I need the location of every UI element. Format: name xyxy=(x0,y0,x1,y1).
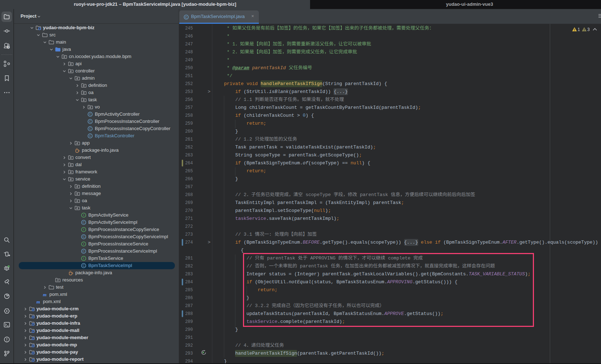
svg-text:C: C xyxy=(89,134,91,138)
svg-text:I: I xyxy=(83,242,84,246)
svg-text:I: I xyxy=(83,213,84,217)
svg-text:C: C xyxy=(83,235,85,239)
svg-text:C: C xyxy=(83,264,85,267)
svg-text:I: I xyxy=(83,228,84,231)
svg-text:I: I xyxy=(83,257,84,260)
svg-text:m: m xyxy=(36,299,40,305)
svg-text:C: C xyxy=(83,221,85,224)
svg-text:C: C xyxy=(89,120,91,123)
svg-text:C: C xyxy=(83,249,85,253)
svg-text:C: C xyxy=(89,112,91,116)
svg-text:?: ? xyxy=(8,46,9,49)
svg-text:C: C xyxy=(185,15,187,19)
svg-text:C: C xyxy=(89,127,91,130)
svg-text:m: m xyxy=(43,292,47,297)
